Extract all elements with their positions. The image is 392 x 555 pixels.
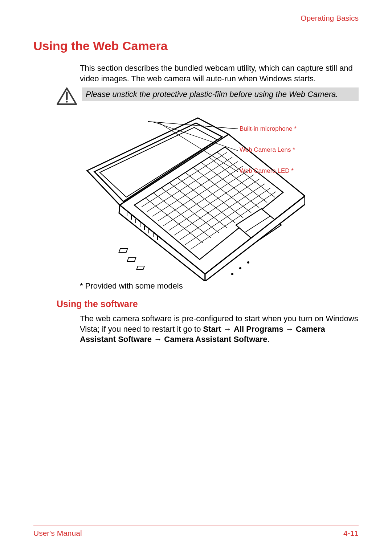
svg-point-2	[66, 101, 68, 103]
footer-page-number: 4-11	[343, 529, 359, 538]
callout-microphone: Built-in microphone *	[240, 125, 297, 132]
arrow-icon: →	[152, 335, 164, 344]
software-text-suffix: .	[267, 335, 269, 344]
path-all-programs: All Programs	[234, 325, 283, 334]
svg-rect-36	[119, 249, 128, 252]
footer-manual-label: User's Manual	[33, 529, 82, 538]
software-paragraph: The web camera software is pre-configure…	[80, 314, 359, 345]
svg-rect-37	[127, 258, 136, 261]
page-title: Using the Web Camera	[33, 39, 359, 53]
top-divider	[33, 25, 359, 25]
page-footer: User's Manual 4-11	[33, 526, 359, 538]
callout-led: Web Camera LED *	[240, 167, 297, 175]
intro-paragraph: This section describes the bundled webca…	[80, 63, 359, 84]
chapter-label: Operating Basics	[33, 14, 359, 23]
caution-icon	[57, 87, 78, 107]
diagram-callouts: Built-in microphone * Web Camera Lens * …	[240, 125, 297, 188]
bottom-divider	[33, 526, 359, 526]
svg-rect-38	[136, 266, 144, 270]
diagram-footnote: * Provided with some models	[80, 281, 359, 291]
svg-point-39	[231, 273, 233, 275]
path-cas-app: Camera Assistant Software	[164, 335, 267, 344]
laptop-diagram: Built-in microphone * Web Camera Lens * …	[80, 114, 359, 281]
arrow-icon: →	[283, 325, 296, 334]
caution-text: Please unstick the protective plastic-fi…	[82, 87, 359, 101]
callout-lens: Web Camera Lens *	[240, 146, 297, 154]
svg-point-40	[239, 267, 241, 269]
svg-point-41	[247, 261, 249, 264]
path-start: Start	[203, 325, 221, 334]
subheading-using-software: Using the software	[57, 299, 359, 309]
svg-point-3	[148, 121, 150, 122]
caution-note: Please unstick the protective plastic-fi…	[33, 87, 359, 107]
arrow-icon: →	[221, 325, 234, 334]
